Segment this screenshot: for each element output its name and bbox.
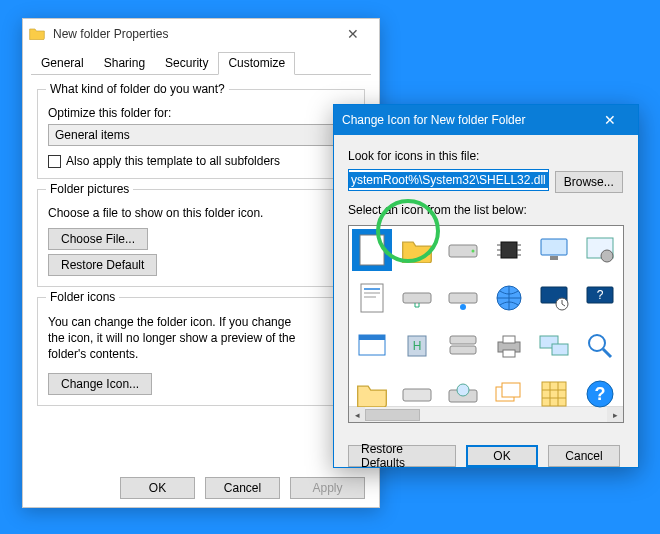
tab-sharing[interactable]: Sharing (94, 52, 155, 75)
change-icon-dialog: Change Icon for New folder Folder ✕ Look… (333, 104, 639, 468)
change-icon-title: Change Icon for New folder Folder (342, 113, 590, 127)
svg-text:H: H (413, 339, 422, 353)
chip-icon[interactable] (486, 226, 532, 274)
svg-point-41 (457, 384, 469, 396)
svg-rect-11 (550, 256, 558, 260)
look-label: Look for icons in this file: (348, 149, 624, 163)
svg-rect-3 (501, 242, 517, 258)
drive-icon[interactable] (440, 226, 486, 274)
folder-icon[interactable] (395, 226, 441, 274)
document-icon[interactable] (349, 274, 395, 322)
group-folder-pictures: Folder pictures Choose a file to show on… (37, 189, 365, 287)
network-drive-icon[interactable] (395, 274, 441, 322)
optimize-label: Optimize this folder for: (48, 106, 354, 120)
tab-general[interactable]: General (31, 52, 94, 75)
properties-titlebar[interactable]: New folder Properties ✕ (23, 19, 379, 49)
browse-button[interactable]: Browse... (555, 171, 623, 193)
tab-customize[interactable]: Customize (218, 52, 295, 75)
svg-rect-30 (450, 336, 476, 344)
checkbox-label: Also apply this template to all subfolde… (66, 154, 280, 168)
drive-stack-icon[interactable] (440, 322, 486, 370)
tab-strip: General Sharing Security Customize (31, 49, 371, 75)
change-icon-titlebar[interactable]: Change Icon for New folder Folder ✕ (334, 105, 638, 135)
svg-line-38 (603, 349, 611, 357)
ok-button[interactable]: OK (466, 445, 538, 467)
svg-text:?: ? (595, 384, 606, 404)
choose-file-button[interactable]: Choose File... (48, 228, 148, 250)
svg-rect-39 (403, 389, 431, 401)
select-label: Select an icon from the list below: (348, 203, 624, 217)
checkbox-box (48, 155, 61, 168)
change-icon-button[interactable]: Change Icon... (48, 373, 152, 395)
subfolders-checkbox[interactable]: Also apply this template to all subfolde… (48, 154, 354, 168)
svg-rect-19 (449, 293, 477, 303)
change-icon-body: Look for icons in this file: ystemRoot%\… (334, 135, 638, 431)
search-icon[interactable] (577, 322, 623, 370)
svg-rect-18 (403, 293, 431, 303)
svg-rect-27 (359, 335, 385, 340)
customize-panel: What kind of folder do you want? Optimiz… (23, 75, 379, 406)
svg-rect-44 (542, 382, 566, 406)
group-legend: What kind of folder do you want? (46, 82, 229, 96)
svg-rect-10 (541, 239, 567, 255)
svg-text:?: ? (597, 288, 604, 302)
icon-list[interactable]: ?H? ◂ ▸ (348, 225, 624, 423)
icon-path-input[interactable]: ystemRoot%\System32\SHELL32.dll (348, 169, 549, 191)
pictures-desc: Choose a file to show on this folder ico… (48, 206, 354, 220)
window-icon[interactable] (349, 322, 395, 370)
icons-desc: You can change the folder icon. If you c… (48, 314, 308, 363)
network-drive2-icon[interactable] (440, 274, 486, 322)
scroll-left-button[interactable]: ◂ (349, 407, 365, 423)
group-folder-type: What kind of folder do you want? Optimiz… (37, 89, 365, 179)
ok-button[interactable]: OK (120, 477, 195, 499)
monitor-people-icon[interactable] (532, 226, 578, 274)
globe-icon[interactable] (486, 274, 532, 322)
group-legend: Folder pictures (46, 182, 133, 196)
svg-rect-43 (502, 383, 520, 397)
svg-point-13 (601, 250, 613, 262)
close-button[interactable]: ✕ (590, 106, 630, 134)
apply-button[interactable]: Apply (290, 477, 365, 499)
svg-point-37 (589, 335, 605, 351)
display-settings-icon[interactable] (532, 322, 578, 370)
scroll-thumb[interactable] (365, 409, 420, 421)
clock-monitor-icon[interactable] (532, 274, 578, 322)
optimize-combo[interactable]: General items ▾ (48, 124, 354, 146)
blank-file-icon[interactable] (349, 226, 395, 274)
horizontal-scrollbar[interactable]: ◂ ▸ (349, 406, 623, 422)
change-icon-footer: Restore Defaults OK Cancel (334, 431, 638, 467)
tab-security[interactable]: Security (155, 52, 218, 75)
svg-rect-0 (360, 235, 384, 265)
svg-rect-17 (364, 296, 376, 298)
restore-default-button[interactable]: Restore Default (48, 254, 157, 276)
screen-help-icon[interactable]: ? (577, 274, 623, 322)
cancel-button[interactable]: Cancel (548, 445, 620, 467)
properties-title: New folder Properties (53, 27, 333, 41)
properties-footer: OK Cancel Apply (120, 473, 369, 499)
server-h-icon[interactable]: H (395, 322, 441, 370)
gear-window-icon[interactable] (577, 226, 623, 274)
svg-point-2 (472, 250, 475, 253)
svg-rect-36 (552, 344, 568, 355)
svg-rect-33 (503, 336, 515, 343)
properties-window: New folder Properties ✕ General Sharing … (22, 18, 380, 508)
combo-value: General items (55, 128, 130, 142)
restore-defaults-button[interactable]: Restore Defaults (348, 445, 456, 467)
cancel-button[interactable]: Cancel (205, 477, 280, 499)
svg-point-20 (460, 304, 466, 310)
scroll-right-button[interactable]: ▸ (607, 407, 623, 423)
svg-rect-15 (364, 288, 380, 290)
svg-rect-31 (450, 346, 476, 354)
folder-icon (29, 26, 45, 42)
printer-icon[interactable] (486, 322, 532, 370)
scroll-track[interactable] (365, 407, 607, 422)
svg-rect-34 (503, 350, 515, 357)
group-folder-icons: Folder icons You can change the folder i… (37, 297, 365, 406)
close-button[interactable]: ✕ (333, 20, 373, 48)
svg-rect-16 (364, 292, 380, 294)
group-legend: Folder icons (46, 290, 119, 304)
icon-path-value: ystemRoot%\System32\SHELL32.dll (349, 172, 548, 188)
